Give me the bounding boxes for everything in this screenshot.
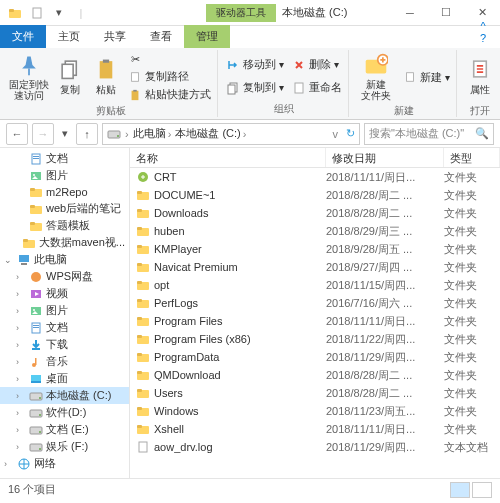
tree-item[interactable]: ›本地磁盘 (C:) xyxy=(0,387,129,404)
file-row[interactable]: Program Files (x86)2018/11/22/周四...文件夹 xyxy=(130,330,500,348)
tree-item-label: 文档 xyxy=(46,151,68,166)
address-dropdown-icon[interactable]: v xyxy=(333,128,339,140)
file-row[interactable]: Program Files2018/11/11/周日...文件夹 xyxy=(130,312,500,330)
copy-button[interactable]: 复制 xyxy=(54,50,86,104)
crumb-this-pc[interactable]: 此电脑 › xyxy=(133,126,172,141)
tree-item[interactable]: ›图片 xyxy=(0,302,129,319)
twisty-icon[interactable]: › xyxy=(16,408,26,418)
twisty-icon[interactable]: › xyxy=(16,391,26,401)
move-to-button[interactable]: 移动到 ▾ xyxy=(224,56,286,73)
file-row[interactable]: aow_drv.log2018/11/29/周四...文本文档 xyxy=(130,438,500,456)
twisty-icon[interactable]: › xyxy=(16,357,26,367)
up-button[interactable]: ↑ xyxy=(76,123,98,145)
twisty-icon[interactable]: › xyxy=(16,289,26,299)
tree-item[interactable]: 图片 xyxy=(0,167,129,184)
tree-item[interactable]: 文档 xyxy=(0,150,129,167)
paste-icon xyxy=(94,57,118,81)
tree-item[interactable]: 大数据maven视... xyxy=(0,234,129,251)
refresh-button[interactable]: ↻ xyxy=(346,127,355,140)
tree-item[interactable]: ›视频 xyxy=(0,285,129,302)
tree-item[interactable]: web后端的笔记 xyxy=(0,200,129,217)
tree-item[interactable]: ›文档 (E:) xyxy=(0,421,129,438)
crt-icon xyxy=(136,170,150,184)
file-row[interactable]: DOCUME~12018/8/28/周二 ...文件夹 xyxy=(130,186,500,204)
tree-item[interactable]: ›文档 xyxy=(0,319,129,336)
tree-item[interactable]: ⌄此电脑 xyxy=(0,251,129,268)
col-name[interactable]: 名称 xyxy=(130,148,326,167)
file-row[interactable]: QMDownload2018/8/28/周二 ...文件夹 xyxy=(130,366,500,384)
qat-props-icon[interactable] xyxy=(28,4,46,22)
details-view-button[interactable] xyxy=(450,482,470,498)
back-button[interactable]: ← xyxy=(6,123,28,145)
twisty-icon[interactable]: › xyxy=(4,459,14,469)
file-row[interactable]: huben2018/8/29/周三 ...文件夹 xyxy=(130,222,500,240)
file-row[interactable]: Xshell2018/11/11/周日...文件夹 xyxy=(130,420,500,438)
copy-path-button[interactable]: 复制路径 xyxy=(126,68,213,85)
file-row[interactable]: Windows2018/11/23/周五...文件夹 xyxy=(130,402,500,420)
col-date[interactable]: 修改日期 xyxy=(326,148,444,167)
twisty-icon[interactable]: › xyxy=(16,340,26,350)
tree-item[interactable]: ›网络 xyxy=(0,455,129,472)
twisty-icon[interactable]: › xyxy=(16,374,26,384)
nav-tree[interactable]: 文档图片m2Repoweb后端的笔记答题模板大数据maven视...⌄此电脑›W… xyxy=(0,148,130,478)
tab-view[interactable]: 查看 xyxy=(138,25,184,48)
file-type: 文件夹 xyxy=(444,260,500,275)
new-item-button[interactable]: 新建 ▾ xyxy=(401,69,452,86)
cut-button[interactable]: ✂ xyxy=(126,51,213,67)
file-row[interactable]: CRT2018/11/11/周日...文件夹 xyxy=(130,168,500,186)
tab-home[interactable]: 主页 xyxy=(46,25,92,48)
tree-item[interactable]: ›下载 xyxy=(0,336,129,353)
tree-item-label: 视频 xyxy=(46,286,68,301)
copy-to-button[interactable]: 复制到 ▾ xyxy=(224,79,286,96)
tree-item[interactable]: m2Repo xyxy=(0,184,129,200)
rename-button[interactable]: 重命名 xyxy=(290,79,344,96)
file-row[interactable]: Downloads2018/8/28/周二 ...文件夹 xyxy=(130,204,500,222)
tree-item[interactable]: ›软件(D:) xyxy=(0,404,129,421)
delete-button[interactable]: 删除 ▾ xyxy=(290,56,344,73)
search-box[interactable]: 搜索"本地磁盘 (C:)" 🔍 xyxy=(364,123,494,145)
tab-file[interactable]: 文件 xyxy=(0,25,46,48)
file-row[interactable]: PerfLogs2016/7/16/周六 ...文件夹 xyxy=(130,294,500,312)
tab-manage[interactable]: 管理 xyxy=(184,25,230,48)
ribbon-help-button[interactable]: ^ ? xyxy=(466,16,500,48)
file-row[interactable]: Users2018/8/28/周二 ...文件夹 xyxy=(130,384,500,402)
properties-button[interactable]: 属性 xyxy=(463,50,497,104)
file-type: 文本文档 xyxy=(444,440,500,455)
file-name: ProgramData xyxy=(154,351,219,363)
forward-button[interactable]: → xyxy=(32,123,54,145)
col-type[interactable]: 类型 xyxy=(444,148,500,167)
tab-share[interactable]: 共享 xyxy=(92,25,138,48)
icons-view-button[interactable] xyxy=(472,482,492,498)
file-date: 2018/11/22/周四... xyxy=(326,332,444,347)
minimize-button[interactable]: ─ xyxy=(392,0,428,26)
twisty-icon[interactable]: › xyxy=(16,306,26,316)
music-icon xyxy=(29,355,43,369)
file-row[interactable]: Navicat Premium2018/9/27/周四 ...文件夹 xyxy=(130,258,500,276)
paste-button[interactable]: 粘贴 xyxy=(90,50,122,104)
folder-icon xyxy=(29,202,43,216)
paste-shortcut-button[interactable]: 粘贴快捷方式 xyxy=(126,86,213,103)
twisty-icon[interactable]: › xyxy=(16,425,26,435)
file-row[interactable]: opt2018/11/15/周四...文件夹 xyxy=(130,276,500,294)
file-row[interactable]: KMPlayer2018/9/28/周五 ...文件夹 xyxy=(130,240,500,258)
twisty-icon[interactable]: › xyxy=(16,272,26,282)
qat-dropdown-icon[interactable]: ▾ xyxy=(50,4,68,22)
file-type: 文件夹 xyxy=(444,242,500,257)
file-row[interactable]: ProgramData2018/11/29/周四...文件夹 xyxy=(130,348,500,366)
tree-item[interactable]: 答题模板 xyxy=(0,217,129,234)
file-name: Downloads xyxy=(154,207,208,219)
tree-item[interactable]: ›音乐 xyxy=(0,353,129,370)
maximize-button[interactable]: ☐ xyxy=(428,0,464,26)
recent-button[interactable]: ▾ xyxy=(58,123,72,145)
tree-item[interactable]: ›桌面 xyxy=(0,370,129,387)
twisty-icon[interactable]: › xyxy=(16,323,26,333)
address-bar[interactable]: › 此电脑 › 本地磁盘 (C:) › v ↻ xyxy=(102,123,360,145)
twisty-icon[interactable]: ⌄ xyxy=(4,255,14,265)
tree-item[interactable]: ›WPS网盘 xyxy=(0,268,129,285)
pin-quick-access-button[interactable]: 固定到快 速访问 xyxy=(8,50,50,104)
chevron-right-icon[interactable]: › xyxy=(125,128,129,140)
twisty-icon[interactable]: › xyxy=(16,442,26,452)
new-folder-button[interactable]: 新建 文件夹 xyxy=(355,50,397,104)
tree-item[interactable]: ›娱乐 (F:) xyxy=(0,438,129,455)
crumb-drive[interactable]: 本地磁盘 (C:) › xyxy=(175,126,246,141)
